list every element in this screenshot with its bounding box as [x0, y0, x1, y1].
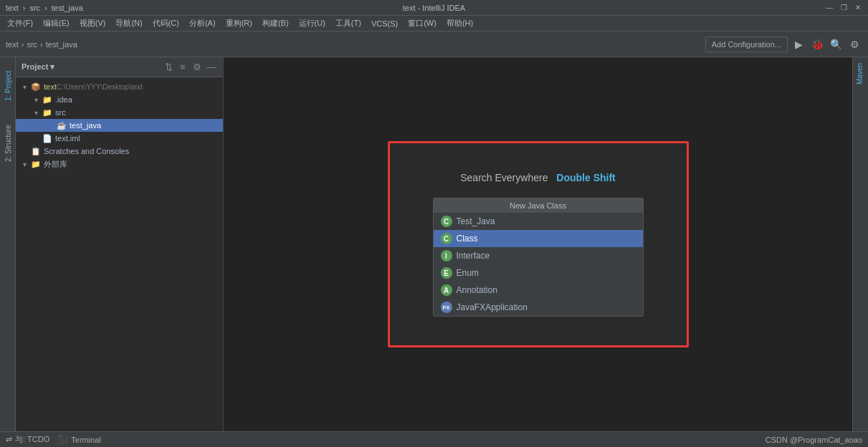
menu-file[interactable]: 文件(F) — [3, 16, 37, 30]
panel-tool-settings[interactable]: ⚙ — [191, 62, 203, 73]
panel-tools: ⇅ ≡ ⚙ — — [163, 62, 217, 73]
status-bar: ⇌ 与: TCDO ⬛ Terminal CSDN @ProgramCat_ao… — [0, 431, 868, 447]
status-left: ⇌ 与: TCDO ⬛ Terminal — [6, 434, 101, 445]
folder-icon-extlibs: 📁 — [30, 158, 42, 170]
status-item-terminal[interactable]: ⬛ Terminal — [58, 434, 101, 445]
tree-label-idea: .idea — [55, 95, 72, 104]
breadcrumb-file: test_java — [52, 4, 83, 12]
tree-arrow-idea: ▾ — [30, 96, 42, 104]
sidebar-item-project[interactable]: 1: Project — [0, 57, 16, 115]
popup-item-enum[interactable]: E Enum — [434, 264, 643, 282]
window-controls: — ❐ ✕ — [825, 4, 862, 12]
new-java-class-popup: New Java Class C Test_Java C Class I Int… — [433, 198, 644, 317]
menu-navigate[interactable]: 导航(N) — [111, 16, 146, 30]
minimize-button[interactable]: — — [825, 4, 834, 12]
toolbar: text › src › test_java Add Configuration… — [0, 32, 868, 57]
title-breadcrumbs: text › src › test_java — [6, 4, 83, 12]
popup-icon-enum: E — [441, 267, 452, 279]
menu-help[interactable]: 帮助(H) — [442, 16, 477, 30]
popup-label-javafx: JavaFXApplication — [457, 302, 528, 312]
menu-code[interactable]: 代码(C) — [148, 16, 183, 30]
menu-window[interactable]: 窗口(W) — [404, 16, 441, 30]
menu-build[interactable]: 构建(B) — [258, 16, 293, 30]
xml-icon-textiml: 📄 — [42, 133, 53, 144]
module-icon: 📦 — [30, 81, 42, 92]
toolbar-breadcrumb: text › src › test_java — [6, 40, 77, 49]
status-right: CSDN @ProgramCat_aoao — [766, 436, 862, 444]
git-icon: ⇌ — [6, 435, 12, 444]
terminal-icon: ⬛ — [58, 435, 68, 444]
breadcrumb-text: text — [6, 4, 19, 12]
status-item-tcdo[interactable]: ⇌ 与: TCDO — [6, 434, 49, 445]
search-everywhere-header: Search Everywhere Double Shift — [433, 172, 644, 183]
menu-analyze[interactable]: 分析(A) — [185, 16, 220, 30]
right-side-tabs: Maven — [852, 57, 868, 431]
title-bar: text › src › test_java text - IntelliJ I… — [0, 0, 868, 16]
run-button[interactable]: ▶ — [791, 37, 806, 52]
maximize-button[interactable]: ❐ — [839, 4, 848, 12]
editor-overlay: Search Everywhere Double Shift New Java … — [224, 57, 852, 431]
search-everywhere-label: Search Everywhere — [460, 172, 548, 183]
search-shortcut: Double Shift — [556, 172, 615, 183]
tree-label-scratches: Scratches and Consoles — [44, 147, 129, 155]
tree-arrow: ▾ — [19, 83, 30, 91]
editor-area: Search Everywhere Double Shift New Java … — [224, 57, 852, 431]
menu-refactor[interactable]: 重构(R) — [221, 16, 257, 30]
menu-edit[interactable]: 编辑(E) — [39, 16, 74, 30]
popup-label-interface: Interface — [457, 251, 490, 261]
menu-run[interactable]: 运行(U) — [295, 16, 330, 30]
tree-item-idea[interactable]: ▾ 📁 .idea — [16, 93, 223, 106]
popup-icon-interface: I — [441, 250, 452, 261]
tree-item-extlibs[interactable]: ▾ 📁 外部库 — [16, 158, 223, 170]
tree-label-extlibs: 外部库 — [44, 159, 67, 170]
breadcrumb-src: src — [29, 4, 40, 12]
right-tab-maven[interactable]: Maven — [853, 57, 867, 90]
popup-icon-c: C — [441, 216, 452, 227]
popup-item-class[interactable]: C Class — [434, 230, 643, 247]
popup-item-interface[interactable]: I Interface — [434, 247, 643, 264]
sidebar-item-structure[interactable]: 2: Structure — [0, 115, 16, 172]
popup-label-testjava: Test_Java — [457, 216, 495, 226]
window-title: text - IntelliJ IDEA — [403, 4, 465, 12]
popup-item-testjava[interactable]: C Test_Java — [434, 213, 643, 230]
search-everywhere-container: Search Everywhere Double Shift New Java … — [388, 141, 689, 347]
panel-tool-minimize[interactable]: — — [206, 62, 217, 73]
popup-icon-javafx: FX — [441, 302, 452, 313]
tree-path: C:\Users\YYY\Desktop\text — [57, 83, 143, 91]
tree-item-scratches[interactable]: 📋 Scratches and Consoles — [16, 145, 223, 158]
menu-tools[interactable]: 工具(T) — [331, 16, 366, 30]
popup-label-annotation: Annotation — [457, 285, 497, 295]
panel-title: Project ▾ — [22, 62, 54, 72]
tree-item-root[interactable]: ▾ 📦 text C:\Users\YYY\Desktop\text — [16, 80, 223, 93]
popup-label-class: Class — [457, 234, 478, 244]
popup-title: New Java Class — [434, 198, 643, 213]
project-panel: Project ▾ ⇅ ≡ ⚙ — ▾ 📦 text C:\Users\YYY\… — [16, 57, 224, 431]
tree-label-src: src — [55, 108, 66, 117]
debug-button[interactable]: 🐞 — [809, 37, 825, 52]
panel-tool-list[interactable]: ≡ — [177, 62, 189, 73]
menu-vcs[interactable]: VCS(S) — [367, 18, 402, 29]
java-icon-testjava: ☕ — [56, 120, 67, 131]
panel-header: Project ▾ ⇅ ≡ ⚙ — — [16, 57, 223, 77]
popup-icon-class: C — [441, 233, 452, 244]
folder-icon-idea: 📁 — [42, 94, 53, 105]
menu-bar: 文件(F) 编辑(E) 视图(V) 导航(N) 代码(C) 分析(A) 重构(R… — [0, 16, 868, 32]
popup-item-javafx[interactable]: FX JavaFXApplication — [434, 299, 643, 316]
tree-item-testjava[interactable]: ☕ test_java — [16, 119, 223, 132]
tree-item-textiml[interactable]: 📄 text.iml — [16, 132, 223, 145]
tree-label-textiml: text.iml — [55, 134, 80, 143]
left-side-tabs: 1: Project 2: Structure — [0, 57, 16, 431]
menu-view[interactable]: 视图(V) — [75, 16, 110, 30]
tree-item-src[interactable]: ▾ 📁 src — [16, 106, 223, 119]
tree-label-testjava: test_java — [70, 121, 101, 130]
csdn-watermark: CSDN @ProgramCat_aoao — [766, 436, 862, 444]
add-configuration-button[interactable]: Add Configuration... — [705, 37, 788, 52]
folder-icon-src: 📁 — [42, 107, 53, 118]
settings-icon[interactable]: ⚙ — [846, 37, 862, 52]
close-button[interactable]: ✕ — [854, 4, 862, 12]
panel-tool-sync[interactable]: ⇅ — [163, 62, 174, 73]
toolbar-search-icon[interactable]: 🔍 — [828, 37, 844, 52]
tree-label-root: text — [44, 82, 57, 91]
popup-item-annotation[interactable]: A Annotation — [434, 282, 643, 299]
tree-arrow-extlibs: ▾ — [19, 160, 30, 168]
